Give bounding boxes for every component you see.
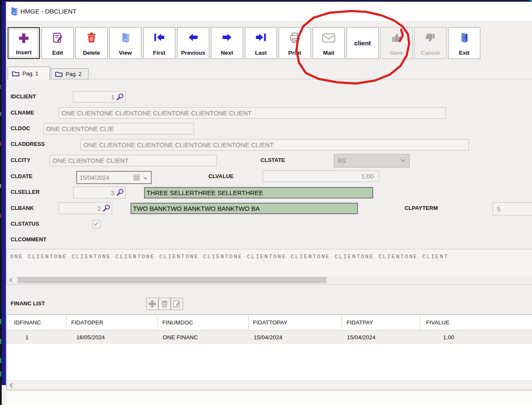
- trash-icon: [161, 299, 169, 308]
- clstatus-label: CLSTATUS: [11, 221, 39, 226]
- grid-row[interactable]: 1 16/05/2024 ONE FINANC 15/04/2024 15/04…: [7, 330, 532, 344]
- financ-delete-button[interactable]: [158, 298, 171, 310]
- thumbs-down-icon: [415, 31, 446, 44]
- print-button[interactable]: Print: [279, 27, 311, 59]
- edit-page-icon: [172, 299, 181, 308]
- financ-add-button[interactable]: [146, 298, 158, 310]
- sliver-glyph: [0, 184, 1, 188]
- clseller-name-field: THREE SELLERTHREE SELLERTHREE: [144, 187, 373, 198]
- insert-plus-icon: [8, 32, 39, 45]
- sliver-glyph: [0, 85, 1, 89]
- sliver-glyph: [0, 214, 1, 218]
- col-header-fidatoper[interactable]: FIDATOPER: [66, 315, 157, 330]
- edit-button[interactable]: Edit: [42, 27, 74, 59]
- clbank-label: CLBANK: [11, 205, 34, 211]
- claddress-field[interactable]: ONE CLIENTONE CLIENTONE CLIENTONE CLIENT…: [80, 139, 469, 151]
- titlebar[interactable]: HMGE - DBCLIENT: [6, 2, 532, 21]
- lookup-magnifier-icon[interactable]: [116, 188, 125, 197]
- book-icon: [110, 31, 141, 44]
- financ-grid[interactable]: IDFINANC FIDATOPER FINUMDOC FIDATTOPAY F…: [6, 314, 532, 390]
- cldoc-label: CLDOC: [11, 126, 30, 131]
- clpayterm-label: CLPAYTERM: [405, 205, 438, 211]
- idclient-label: IDCLIENT: [11, 94, 36, 99]
- previous-arrow-icon: [177, 31, 209, 43]
- memo-text: ONE CLIENTONE CLIENTONE CLIENTONE CLIENT…: [10, 254, 449, 260]
- lookup-magnifier-icon[interactable]: [102, 204, 111, 212]
- clstate-label: CLSTATE: [260, 157, 285, 163]
- grid-header: IDFINANC FIDATOPER FINUMDOC FIDATTOPAY F…: [7, 315, 532, 330]
- grid-hscrollbar[interactable]: [7, 380, 532, 390]
- tab-pag1[interactable]: Pag. 1: [8, 67, 50, 80]
- tab-pag2[interactable]: Pag. 2: [51, 68, 89, 79]
- calendar-icon: [133, 174, 140, 181]
- cldoc-field[interactable]: ONE CLIENTONE CLIE: [43, 123, 194, 134]
- col-header-fidatpay[interactable]: FIDATPAY: [341, 315, 420, 330]
- clseller-label: CLSELLER: [11, 189, 40, 195]
- previous-button[interactable]: Previous: [177, 27, 209, 59]
- folder-icon: [55, 71, 63, 77]
- clseller-id-field[interactable]: 3: [73, 187, 126, 198]
- cell-fidatpay: 15/04/2024: [341, 330, 420, 344]
- app-icon: [9, 6, 19, 17]
- financ-edit-button[interactable]: [171, 298, 183, 310]
- next-button[interactable]: Next: [211, 27, 243, 59]
- first-button[interactable]: First: [143, 27, 175, 59]
- screen-corner-artifact: [530, 0, 532, 1]
- clname-field[interactable]: ONE CLIENTONE CLIENTONE CLIENTONE CLIENT…: [58, 107, 446, 119]
- clstatus-checkbox[interactable]: [92, 220, 100, 228]
- col-header-finumdoc[interactable]: FINUMDOC: [157, 315, 248, 330]
- column-separator: [248, 315, 249, 330]
- exit-button[interactable]: Exit: [448, 27, 480, 59]
- cancel-button: Cancel: [414, 27, 446, 59]
- clcomment-label: CLCOMMENT: [11, 237, 47, 242]
- delete-button[interactable]: Delete: [75, 27, 108, 59]
- save-button: Save: [380, 27, 413, 59]
- sliver-glyph: [0, 319, 1, 324]
- col-header-idfinanc[interactable]: IDFINANC: [7, 315, 66, 330]
- insert-button[interactable]: Insert: [8, 27, 40, 59]
- scroll-left-button[interactable]: [7, 277, 14, 284]
- folder-icon: [12, 70, 19, 77]
- mail-button[interactable]: Mail: [313, 27, 345, 59]
- cldate-label: CLDATE: [11, 173, 33, 179]
- clcomment-memo[interactable]: ONE CLIENTONE CLIENTONE CLIENTONE CLIENT…: [6, 249, 532, 285]
- clbank-name-field: TWO BANKTWO BANKTWO BANKTWO BA: [130, 203, 358, 214]
- cell-idfinanc: 1: [7, 330, 66, 344]
- col-header-fidattopay[interactable]: FIDATTOPAY: [248, 315, 341, 330]
- clpayterm-field[interactable]: 5: [493, 202, 532, 215]
- client-button[interactable]: client: [346, 27, 379, 59]
- col-header-fivalue[interactable]: FIVALUE: [420, 315, 532, 330]
- cell-fivalue: 1.00: [420, 330, 532, 344]
- sliver-glyph: [0, 142, 1, 146]
- window-title: HMGE - DBCLIENT: [20, 8, 77, 15]
- first-arrow-icon: [144, 31, 175, 43]
- claddress-label: CLADDRESS: [11, 141, 45, 147]
- lookup-magnifier-icon[interactable]: [116, 92, 125, 101]
- scrollbar-thumb[interactable]: [17, 277, 327, 283]
- cell-finumdoc: ONE FINANC: [157, 330, 248, 344]
- sliver-glyph: [0, 112, 1, 116]
- clstate-dropdown[interactable]: RS: [334, 154, 410, 168]
- app-window: HMGE - DBCLIENT Insert Edit: [0, 0, 532, 405]
- clbank-id-field[interactable]: 2: [58, 202, 112, 214]
- date-dropdown-arrow-icon[interactable]: [143, 177, 148, 180]
- cldate-picker[interactable]: 15/04/2024: [76, 171, 152, 184]
- view-button[interactable]: View: [109, 27, 141, 59]
- last-button[interactable]: Last: [245, 27, 277, 59]
- checkmark-icon: [93, 221, 99, 227]
- scroll-left-button[interactable]: [7, 381, 16, 390]
- idclient-field[interactable]: 1: [73, 91, 126, 103]
- thumbs-up-icon: [381, 31, 412, 44]
- clvalue-field[interactable]: 1.00: [263, 170, 379, 182]
- memo-hscrollbar[interactable]: [7, 277, 532, 284]
- clvalue-label: CLVALUE: [208, 173, 233, 179]
- window-left-border: [2, 2, 6, 385]
- printer-icon: [279, 31, 310, 44]
- column-separator: [66, 315, 66, 330]
- column-separator: [157, 315, 158, 330]
- financ-list-label: FINANC LIST: [11, 301, 45, 306]
- next-arrow-icon: [211, 31, 243, 43]
- sliver-glyph: [0, 339, 1, 344]
- sliver-glyph: [0, 358, 1, 363]
- clcity-field[interactable]: ONE CLIENTONE CLIENT: [50, 155, 217, 166]
